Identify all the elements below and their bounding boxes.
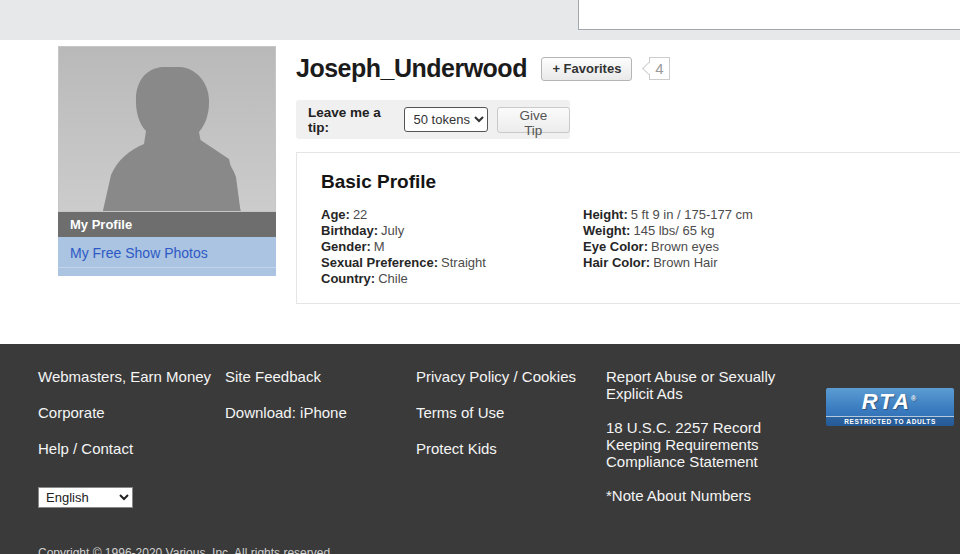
footer-column-3: Privacy Policy / Cookies Terms of Use Pr… [416, 368, 596, 476]
footer-link-site-feedback[interactable]: Site Feedback [225, 368, 405, 385]
name-row: Joseph_Underwood + Favorites 4 [296, 54, 960, 88]
footer-link-terms-of-use[interactable]: Terms of Use [416, 404, 596, 421]
footer-link-help-contact[interactable]: Help / Contact [38, 440, 213, 457]
language-select[interactable]: English [38, 487, 133, 508]
footer-column-1: Webmasters, Earn Money Corporate Help / … [38, 368, 213, 508]
field-country: Country:Chile [321, 271, 583, 287]
field-hair-color: Hair Color:Brown Hair [583, 255, 913, 271]
field-sexual-preference: Sexual Preference:Straight [321, 255, 583, 271]
fields-column-left: Age:22 Birthday:July Gender:M Sexual Pre… [321, 207, 583, 287]
rta-logo-subtext: RESTRICTED TO ADULTS [826, 416, 954, 426]
registered-trademark-icon: ® [911, 395, 918, 402]
profile-username: Joseph_Underwood [296, 54, 527, 83]
tip-amount-select[interactable]: 50 tokens [404, 107, 488, 132]
field-birthday: Birthday:July [321, 223, 583, 239]
give-tip-button[interactable]: Give Tip [497, 107, 570, 133]
sidebar-strip [58, 268, 276, 276]
field-height: Height:5 ft 9 in / 175-177 cm [583, 207, 913, 223]
footer-link-corporate[interactable]: Corporate [38, 404, 213, 421]
header-search-box[interactable] [578, 0, 960, 30]
field-gender: Gender:M [321, 239, 583, 255]
basic-profile-panel: Basic Profile Age:22 Birthday:July Gende… [296, 152, 960, 304]
footer-link-note-about-numbers[interactable]: *Note About Numbers [606, 487, 778, 504]
footer: Webmasters, Earn Money Corporate Help / … [0, 344, 960, 554]
free-show-photos-link[interactable]: My Free Show Photos [70, 245, 208, 261]
footer-link-protect-kids[interactable]: Protect Kids [416, 440, 596, 457]
footer-column-2: Site Feedback Download: iPhone [225, 368, 405, 440]
rta-logo[interactable]: RTA® RESTRICTED TO ADULTS [826, 388, 954, 426]
footer-link-report-abuse[interactable]: Report Abuse or Sexually Explicit Ads [606, 368, 778, 402]
copyright-text: Copyright © 1996-2020 Various, Inc. All … [38, 546, 333, 554]
tip-label: Leave me a tip: [308, 105, 398, 135]
favorites-count: 4 [655, 60, 663, 77]
sidebar-item-free-show-photos[interactable]: My Free Show Photos [58, 237, 276, 268]
profile-sidebar: My Profile My Free Show Photos [58, 46, 276, 276]
badge-notch-icon [642, 62, 655, 75]
person-silhouette-icon [59, 47, 276, 212]
favorites-count-badge: 4 [649, 57, 670, 80]
rta-logo-text: RTA® [826, 388, 954, 416]
field-eye-color: Eye Color:Brown eyes [583, 239, 913, 255]
footer-column-4: Report Abuse or Sexually Explicit Ads 18… [606, 368, 778, 521]
my-profile-label: My Profile [70, 217, 132, 232]
add-favorites-button[interactable]: + Favorites [541, 57, 632, 81]
fields-column-right: Height:5 ft 9 in / 175-177 cm Weight:145… [583, 207, 913, 287]
basic-profile-fields: Age:22 Birthday:July Gender:M Sexual Pre… [321, 207, 960, 287]
sidebar-item-my-profile[interactable]: My Profile [58, 212, 276, 237]
footer-link-2257-statement[interactable]: 18 U.S.C. 2257 Record Keeping Requiremen… [606, 419, 778, 470]
basic-profile-title: Basic Profile [321, 171, 960, 193]
footer-link-download-iphone[interactable]: Download: iPhone [225, 404, 405, 421]
footer-link-webmasters[interactable]: Webmasters, Earn Money [38, 368, 213, 385]
field-age: Age:22 [321, 207, 583, 223]
footer-link-privacy-policy[interactable]: Privacy Policy / Cookies [416, 368, 596, 385]
field-weight: Weight:145 lbs/ 65 kg [583, 223, 913, 239]
profile-photo-placeholder [58, 46, 276, 212]
tip-box: Leave me a tip: 50 tokens Give Tip [296, 100, 570, 139]
top-bar [0, 0, 960, 40]
